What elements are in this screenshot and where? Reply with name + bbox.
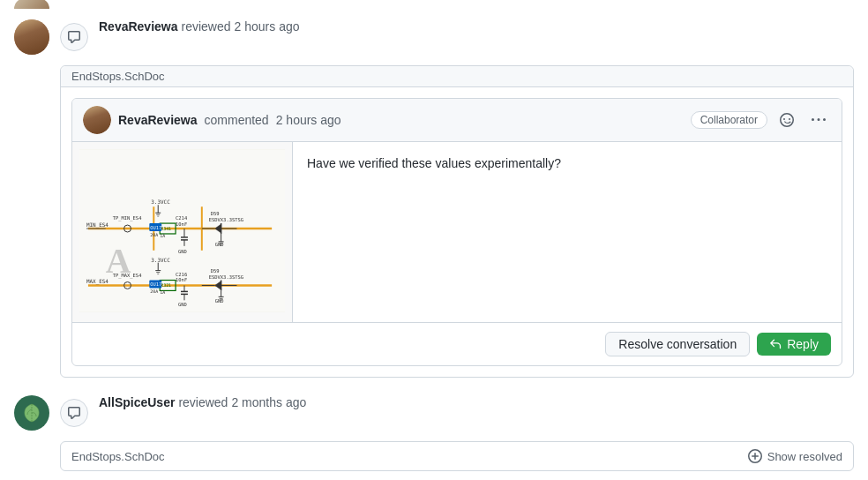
comment-body: MIN_ES4 TP_MIN_ES4 3.3VCC bbox=[72, 142, 842, 322]
show-resolved-label: Show resolved bbox=[767, 450, 842, 463]
comment-header: RevaReviewa commented 2 hours ago Collab… bbox=[72, 99, 842, 142]
svg-text:GND: GND bbox=[178, 249, 187, 254]
reply-btn-label: Reply bbox=[787, 337, 819, 351]
comment-footer: Resolve conversation Reply bbox=[72, 322, 842, 365]
reply-btn[interactable]: Reply bbox=[757, 333, 831, 356]
svg-text:ESDVX3.3STSG: ESDVX3.3STSG bbox=[209, 274, 243, 280]
svg-text:D59: D59 bbox=[211, 268, 220, 274]
svg-text:C216: C216 bbox=[176, 272, 187, 277]
allspice-review-meta: AllSpiceUser reviewed 2 months ago bbox=[99, 395, 306, 409]
svg-text:OU171: OU171 bbox=[150, 281, 164, 287]
review-meta-reva: RevaReviewa reviewed 2 hours ago bbox=[99, 19, 300, 34]
svg-text:1A: 1A bbox=[160, 233, 165, 238]
reva-review-box: EndStops.SchDoc RevaReviewa commented 2 … bbox=[60, 65, 854, 378]
svg-text:10nF: 10nF bbox=[176, 221, 187, 227]
comment-header-right: Collaborator bbox=[691, 108, 831, 132]
svg-text:MIN_ES4: MIN_ES4 bbox=[86, 221, 108, 229]
svg-text:3.3VCC: 3.3VCC bbox=[151, 199, 170, 205]
avatar-reva bbox=[14, 19, 49, 55]
svg-text:TP_MIN_ES4: TP_MIN_ES4 bbox=[113, 215, 142, 221]
review-comment-icon-btn[interactable] bbox=[60, 23, 88, 51]
review-entry-reva: RevaReviewa reviewed 2 hours ago bbox=[0, 9, 868, 65]
reva-comment-card: RevaReviewa commented 2 hours ago Collab… bbox=[71, 98, 842, 366]
comment-text: Have we verified these values experiment… bbox=[293, 142, 575, 322]
svg-rect-0 bbox=[79, 150, 285, 311]
svg-text:3.3VCC: 3.3VCC bbox=[151, 257, 170, 263]
svg-text:20A: 20A bbox=[150, 289, 158, 294]
svg-text:MAX_ES4: MAX_ES4 bbox=[86, 278, 108, 285]
allspice-username: AllSpiceUser bbox=[99, 395, 175, 409]
svg-text:GND: GND bbox=[178, 302, 187, 307]
resolve-conversation-btn[interactable]: Resolve conversation bbox=[605, 332, 750, 356]
allspice-comment-icon-btn[interactable] bbox=[60, 399, 88, 427]
reva-username: RevaReviewa bbox=[99, 19, 178, 34]
show-resolved-btn[interactable]: Show resolved bbox=[748, 449, 842, 463]
svg-text:TP_MAX_ES4: TP_MAX_ES4 bbox=[113, 273, 142, 279]
svg-text:OU171: OU171 bbox=[150, 225, 164, 230]
svg-text:GND: GND bbox=[215, 298, 224, 304]
allspice-file-header: EndStops.SchDoc Show resolved bbox=[61, 442, 853, 470]
review-entry-allspice: AllSpiceUser reviewed 2 months ago bbox=[0, 385, 868, 441]
reva-action: reviewed bbox=[182, 19, 231, 34]
svg-text:10nF: 10nF bbox=[176, 278, 187, 283]
schematic-preview: MIN_ES4 TP_MIN_ES4 3.3VCC bbox=[72, 142, 293, 322]
comment-text-content: Have we verified these values experiment… bbox=[307, 156, 561, 170]
svg-text:D59: D59 bbox=[211, 211, 220, 216]
comment-time: 2 hours ago bbox=[276, 113, 341, 127]
allspice-action: reviewed bbox=[178, 395, 228, 409]
reva-filename: EndStops.SchDoc bbox=[71, 70, 165, 83]
allspice-review-box: EndStops.SchDoc Show resolved bbox=[60, 441, 854, 471]
emoji-btn[interactable] bbox=[774, 108, 799, 132]
reva-time: 2 hours ago bbox=[235, 19, 300, 34]
svg-text:C214: C214 bbox=[176, 215, 188, 221]
reva-review-body: RevaReviewa commented 2 hours ago Collab… bbox=[61, 98, 853, 366]
allspice-filename: EndStops.SchDoc bbox=[71, 450, 165, 463]
reva-file-header: EndStops.SchDoc bbox=[61, 66, 853, 87]
svg-text:GND: GND bbox=[215, 242, 224, 247]
allspice-time: 2 months ago bbox=[231, 395, 306, 409]
comment-avatar bbox=[83, 106, 111, 134]
collaborator-badge: Collaborator bbox=[691, 111, 767, 129]
svg-text:20A: 20A bbox=[150, 232, 158, 237]
svg-text:ESDVX3.3STSG: ESDVX3.3STSG bbox=[209, 217, 243, 222]
comment-username: RevaReviewa bbox=[118, 113, 198, 127]
page-wrapper: RevaReviewa reviewed 2 hours ago EndStop… bbox=[0, 0, 868, 480]
comment-header-left: RevaReviewa commented 2 hours ago bbox=[83, 106, 341, 134]
avatar-allspice bbox=[14, 395, 49, 431]
comment-action: commented bbox=[205, 113, 269, 127]
svg-text:1A: 1A bbox=[160, 289, 165, 295]
more-options-btn[interactable] bbox=[806, 108, 831, 132]
